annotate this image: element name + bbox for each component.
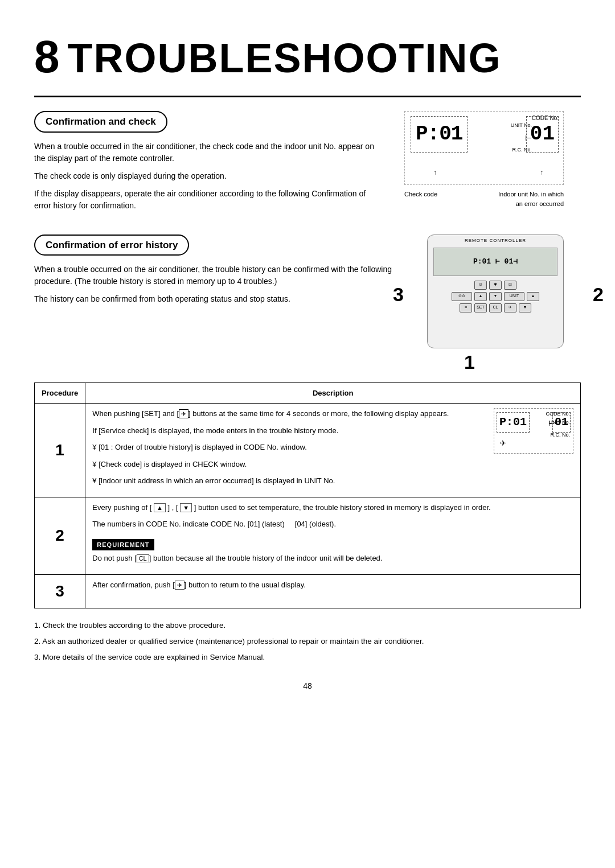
section2-para1: When a trouble occurred on the air condi… — [34, 264, 399, 287]
proc-desc-3: After confirmation, push [✈] button to r… — [85, 574, 581, 608]
row1-content: When pushing [SET] and [✈] buttons at th… — [92, 408, 573, 492]
page-title: 8 TROUBLESHOOTING — [34, 23, 581, 97]
small-right-text: 01 — [555, 416, 568, 429]
btn-symbol1: ⊙ — [474, 281, 487, 290]
btn-down2: ▼ — [519, 303, 531, 312]
small-icon-symbol: ✈ — [500, 438, 506, 449]
small-main-text: P:01 — [499, 416, 527, 429]
footnotes: 1. Check the troubles according to the a… — [34, 620, 581, 664]
row1-text: When pushing [SET] and [✈] buttons at th… — [92, 408, 488, 492]
button-row-2: ⊙⊙ ▲ ▼ UNIT ▲ — [433, 292, 557, 301]
footnote-3: 3. More details of the service code are … — [34, 652, 581, 663]
main-display-text: P:01 — [416, 122, 462, 146]
proc-desc-2: Every pushing of [ ▲ ] , [ ▼ ] button us… — [85, 497, 581, 574]
small-right-box: 01 — [552, 412, 571, 433]
table-header-row: Procedure Description — [35, 382, 581, 404]
remote-controller-diagram: REMOTE CONTROLLER P:01 ⊢ 01⊣ ⊙ ✱ ⊡ ⊙⊙ ▲ … — [427, 235, 564, 348]
col-procedure-header: Procedure — [35, 382, 85, 404]
section1-para2: The check code is only displayed during … — [34, 170, 376, 182]
remote-display: P:01 ⊢ 01⊣ — [433, 248, 557, 276]
btn-unit: UNIT — [504, 292, 524, 301]
proc-num-2: 2 — [35, 497, 85, 574]
row2-line3: Do not push [CL] button because all the … — [92, 553, 573, 564]
section2-container: Confirmation of error history When a tro… — [34, 235, 581, 348]
page-number: 48 — [34, 680, 581, 692]
row1-line3: ¥ [01 : Order of trouble history] is dis… — [92, 442, 488, 453]
btn-func: ✈ — [504, 303, 516, 312]
row2-line2: The numbers in CODE No. indicate CODE No… — [92, 519, 573, 530]
section2-text: Confirmation of error history When a tro… — [34, 235, 399, 348]
chapter-title: TROUBLESHOOTING — [68, 27, 502, 89]
unit-code-box: 01 — [526, 116, 559, 153]
check-code-box: P:01 — [411, 116, 468, 153]
check-code-caption: Check code — [404, 190, 437, 208]
section1-diagram-col: CODE No. P:01 UNIT No. ⊢ R.C. No. 01 ↑ ↑… — [387, 111, 581, 217]
small-rc-no-label: R.C. No. — [550, 431, 570, 439]
chapter-number: 8 — [34, 23, 61, 91]
proc-num-1: 1 — [35, 404, 85, 497]
marker-3: 3 — [393, 280, 404, 309]
btn-symbol2: ✱ — [489, 281, 502, 290]
btn-down1: ▼ — [489, 292, 502, 301]
footnote-2: 2. Ask an authorized dealer or qualified… — [34, 636, 581, 647]
btn-left-wide: ⊙⊙ — [452, 292, 472, 301]
marker-1: 1 — [464, 348, 475, 377]
remote-controller-label: REMOTE CONTROLLER — [465, 237, 526, 244]
table-container: Procedure Description 1 When pushing [SE… — [34, 382, 581, 608]
section2-diagram-col: 3 REMOTE CONTROLLER P:01 ⊢ 01⊣ ⊙ ✱ ⊡ ⊙⊙ … — [410, 235, 581, 348]
section2-heading: Confirmation of error history — [34, 235, 189, 256]
section1-para1: When a trouble occurred in the air condi… — [34, 141, 376, 164]
col-description-header: Description — [85, 382, 581, 404]
table-row-2: 2 Every pushing of [ ▲ ] , [ ▼ ] button … — [35, 497, 581, 574]
row1-display-diagram: CODE No. P:01 UNIT No. ⊢ R.C. No. 01 ✈ — [494, 408, 573, 454]
right-num-text: 01 — [530, 122, 555, 146]
arrow-left: ↑ — [433, 167, 437, 178]
proc-num-3: 3 — [35, 574, 85, 608]
row3-line1: After confirmation, push [✈] button to r… — [92, 579, 573, 591]
row1-line5: ¥ [Indoor unit address in which an error… — [92, 475, 488, 487]
table-row-3: 3 After confirmation, push [✈] button to… — [35, 574, 581, 608]
display-labels-row: Check code Indoor unit No. in which an e… — [404, 190, 564, 208]
small-left-box: P:01 — [497, 412, 530, 433]
section2-para2: The history can be confirmed from both o… — [34, 293, 399, 305]
row1-line2: If [Service check] is displayed, the mod… — [92, 425, 488, 437]
table-row-1: 1 When pushing [SET] and [✈] buttons at … — [35, 404, 581, 497]
btn-menu: ≡ — [460, 303, 472, 312]
row1-line4: ¥ [Check code] is displayed in CHECK win… — [92, 459, 488, 470]
btn-up2: ▲ — [527, 292, 539, 301]
procedure-table: Procedure Description 1 When pushing [SE… — [34, 382, 581, 608]
row2-line1: Every pushing of [ ▲ ] , [ ▼ ] button us… — [92, 502, 573, 513]
footnote-1: 1. Check the troubles according to the a… — [34, 620, 581, 631]
remote-buttons: ⊙ ✱ ⊡ ⊙⊙ ▲ ▼ UNIT ▲ ≡ SET CL ✈ ▼ — [433, 281, 557, 342]
proc-desc-1: When pushing [SET] and [✈] buttons at th… — [85, 404, 581, 497]
section1-text: Confirmation and check When a trouble oc… — [34, 111, 376, 217]
section1-para3: If the display disappears, operate the a… — [34, 188, 376, 212]
row1-line1: When pushing [SET] and [✈] buttons at th… — [92, 408, 488, 419]
section1-container: Confirmation and check When a trouble oc… — [34, 111, 581, 217]
button-row-1: ⊙ ✱ ⊡ — [433, 281, 557, 290]
section1-heading: Confirmation and check — [34, 111, 167, 133]
button-row-3: ≡ SET CL ✈ ▼ — [433, 303, 557, 312]
btn-set: SET — [474, 303, 487, 312]
section1-display-diagram: CODE No. P:01 UNIT No. ⊢ R.C. No. 01 ↑ ↑ — [404, 111, 564, 185]
btn-symbol3: ⊡ — [504, 281, 516, 290]
btn-cl: CL — [489, 303, 502, 312]
requirement-badge: REQUIREMENT — [92, 539, 154, 551]
indoor-unit-caption: Indoor unit No. in which an error occurr… — [498, 190, 564, 208]
marker-2: 2 — [593, 280, 604, 309]
arrow-right: ↑ — [540, 167, 543, 178]
btn-up: ▲ — [474, 292, 487, 301]
